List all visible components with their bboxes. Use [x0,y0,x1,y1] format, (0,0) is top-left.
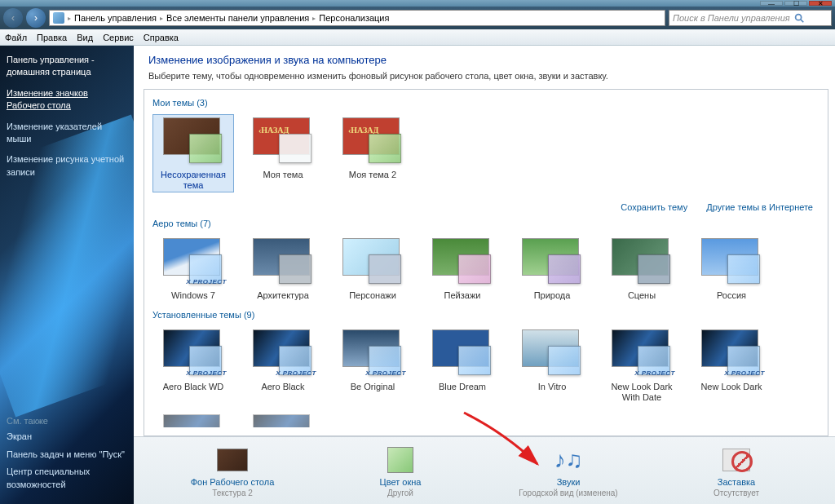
theme-window-icon [548,346,581,375]
theme-label: Be Original [334,382,412,392]
theme-item[interactable] [242,411,324,427]
theme-item[interactable]: Blue Dream [422,326,503,405]
theme-label: Сцены [603,290,681,301]
theme-caption: X PROJECT [724,369,765,377]
sidebar-link-mouse-pointers[interactable]: Изменение указателей мыши [7,121,127,146]
theme-thumbnail [514,328,590,378]
sidebar-link-ease-of-access[interactable]: Центр специальных возможностей [7,466,127,491]
navigation-bar: ‹ › ▸ Панель управления ▸ Все элементы п… [0,7,835,29]
theme-window-icon [458,346,491,375]
menu-view[interactable]: Вид [77,33,93,42]
theme-window-icon [458,254,491,284]
sidebar-home[interactable]: Панель управления - домашняя страница [7,54,127,79]
control-panel-icon [53,12,64,24]
theme-item[interactable]: In Vitro [511,326,593,405]
theme-item[interactable]: X PROJECT New Look Dark With Date [601,326,683,405]
theme-thumbnail [245,116,321,166]
sidebar-link-display[interactable]: Экран [7,431,127,443]
theme-caption: X PROJECT [186,278,227,285]
theme-item[interactable]: Архитектура [242,235,324,303]
svg-point-0 [795,15,801,20]
sidebar-link-account-picture[interactable]: Изменение рисунка учетной записи [7,153,127,179]
theme-item[interactable]: X PROJECT Be Original [332,326,413,405]
sidebar-see-also: См. также [7,416,127,426]
address-bar[interactable]: ▸ Панель управления ▸ Все элементы панел… [49,10,665,26]
menu-file[interactable]: Файл [5,33,27,42]
theme-label: Природа [513,290,591,301]
bottom-link-label: Заставка [675,477,797,487]
theme-label: New Look Dark With Date [603,382,681,403]
menu-edit[interactable]: Правка [37,33,67,42]
bottom-link-label: Фон Рабочего стола [171,477,294,487]
content-area: Изменение изображения и звука на компьют… [134,46,835,504]
bottom-link-sub: Другой [387,489,413,497]
theme-item[interactable]: X PROJECT Aero Black [242,326,324,405]
theme-item[interactable]: Несохраненная тема [152,114,234,192]
theme-window-icon [548,254,581,284]
theme-item[interactable]: Персонажи [332,235,413,303]
window-color-button[interactable]: Цвет окна Другой [339,445,462,497]
theme-item[interactable] [152,411,234,427]
online-themes-link[interactable]: Другие темы в Интернете [706,202,813,212]
sidebar: Панель управления - домашняя страница Из… [0,46,134,504]
bottom-link-label: Цвет окна [339,477,462,487]
minimize-button[interactable]: — [760,1,783,6]
theme-caption: X PROJECT [276,369,316,377]
sidebar-link-desktop-icons[interactable]: Изменение значков Рабочего стола [7,87,127,113]
theme-caption: X PROJECT [365,369,406,377]
screensaver-icon [722,449,750,471]
theme-thumbnail [155,116,232,166]
theme-window-icon [369,254,401,284]
theme-thumbnail: X PROJECT [155,328,232,378]
theme-item[interactable]: X PROJECT Aero Black WD [152,326,234,405]
theme-item[interactable]: X PROJECT Windows 7 [152,235,234,303]
sounds-button[interactable]: ♪♫ Звуки Городской вид (изменена) [507,445,630,497]
theme-window-icon [279,254,311,284]
theme-thumbnail [424,237,501,287]
themes-list[interactable]: Мои темы (3) Несохраненная тема Моя тема… [144,89,828,436]
bottom-link-label: Звуки [507,477,630,487]
bottom-link-sub: Текстура 2 [212,489,253,497]
theme-label: Россия [692,290,771,301]
theme-item[interactable]: Сцены [601,235,683,303]
breadcrumb[interactable]: Панель управления [74,13,157,23]
theme-label: Архитектура [244,290,322,301]
save-theme-link[interactable]: Сохранить тему [621,202,687,212]
menu-help[interactable]: Справка [144,33,179,42]
theme-item[interactable]: Моя тема 2 [332,114,413,192]
theme-item[interactable]: X PROJECT New Look Dark [691,326,772,405]
breadcrumb[interactable]: Персонализация [319,13,389,23]
theme-window-icon [279,134,311,163]
theme-thumbnail [334,237,411,287]
theme-window-icon [189,134,222,163]
menu-service[interactable]: Сервис [103,33,134,42]
svg-line-1 [800,20,803,23]
back-button[interactable]: ‹ [3,8,23,28]
theme-label: Моя тема 2 [334,170,412,180]
breadcrumb-sep: ▸ [68,15,71,22]
theme-thumbnail [245,237,321,287]
breadcrumb[interactable]: Все элементы панели управления [166,13,309,23]
theme-label: In Vitro [513,382,591,392]
sounds-icon: ♪♫ [554,447,583,473]
section-aero-themes: Аеро темы (7) [152,219,820,228]
page-title: Изменение изображения и звука на компьют… [148,54,820,66]
theme-item[interactable]: Моя тема [242,114,324,192]
forward-button[interactable]: › [26,8,46,28]
maximize-button[interactable]: ☐ [784,1,807,6]
sidebar-link-taskbar[interactable]: Панель задач и меню "Пуск" [7,449,127,461]
theme-label: Пейзажи [423,290,501,301]
theme-label: New Look Dark [692,382,771,392]
theme-item[interactable]: Россия [691,235,772,303]
bottom-link-sub: Отсутствует [714,489,759,497]
screensaver-button[interactable]: Заставка Отсутствует [675,445,797,497]
search-input[interactable]: Поиск в Панели управления [669,10,832,26]
section-my-themes: Мои темы (3) [152,98,820,108]
theme-item[interactable]: Пейзажи [422,235,503,303]
close-button[interactable]: ✕ [809,1,832,6]
theme-item[interactable]: Природа [511,235,593,303]
section-installed-themes: Установленные темы (9) [152,310,820,320]
desktop-background-button[interactable]: Фон Рабочего стола Текстура 2 [171,445,294,497]
theme-window-icon [727,254,760,284]
color-swatch-icon [387,447,413,473]
